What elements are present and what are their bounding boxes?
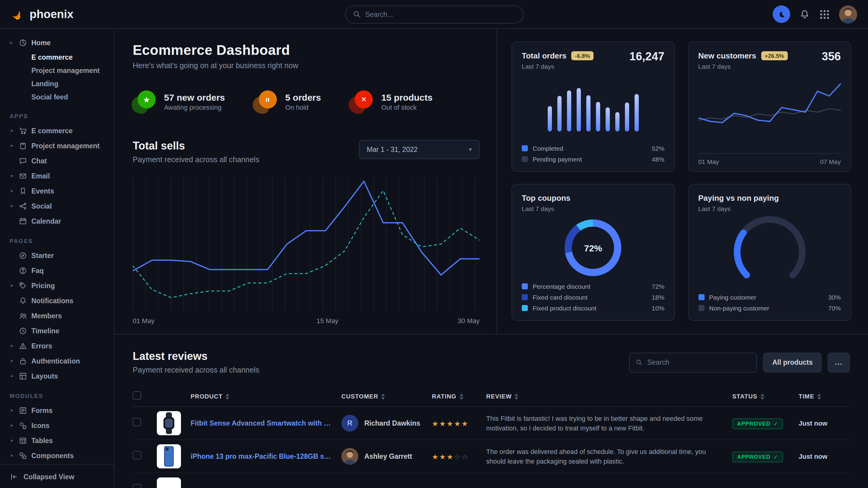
apps-grid-icon[interactable] — [819, 9, 830, 20]
sidebar-item-forms[interactable]: ▸Forms — [7, 403, 107, 418]
stats-row: ★ 57 new ordersAwating processing 5 orde… — [133, 90, 479, 112]
orders-bar-chart — [512, 88, 674, 131]
search-icon — [636, 359, 643, 366]
sidebar-item-calendar[interactable]: ▸Calendar — [7, 214, 107, 228]
card-title: Top coupons — [522, 194, 570, 202]
column-header-time[interactable]: TIME — [799, 393, 850, 400]
review-text: This Fitbit is fantastic! I was trying t… — [486, 413, 732, 433]
legend-swatch — [522, 156, 528, 162]
sidebar-item-errors[interactable]: ▸Errors — [7, 338, 107, 353]
sidebar-item-timeline[interactable]: ▸Timeline — [7, 323, 107, 338]
sidebar-item-chat[interactable]: ▸Chat — [7, 153, 107, 168]
coupons-donut-chart: 72% — [565, 220, 622, 276]
donut-center-label: 72% — [584, 242, 602, 253]
sidebar-item-social[interactable]: ▸Social — [7, 198, 107, 214]
legend-swatch — [698, 294, 704, 300]
search-input[interactable] — [365, 10, 516, 18]
sort-icon — [760, 393, 764, 399]
row-checkbox[interactable] — [133, 451, 141, 459]
table-row: Fitbit Sense Advanced Smartwatch with To… — [133, 407, 850, 440]
sidebar-item-components[interactable]: ▸Components — [7, 448, 107, 463]
caret-right-icon: ▸ — [10, 358, 14, 363]
reviews-search[interactable] — [629, 352, 757, 372]
sidebar-item-faq[interactable]: ▸Faq — [7, 263, 107, 278]
page-subtitle: Here's what's going on at your business … — [133, 62, 479, 70]
sort-icon — [459, 393, 463, 399]
product-image — [157, 478, 181, 488]
sidebar-item-project-management[interactable]: ▸Project management — [7, 138, 107, 153]
sidebar-item-pricing[interactable]: ▸Pricing — [7, 278, 107, 293]
collapsed-view-toggle[interactable]: Collapsed View — [0, 464, 114, 488]
sidebar-item-layouts[interactable]: ▸Layouts — [7, 368, 107, 383]
legend-swatch — [522, 294, 528, 300]
mail-icon — [19, 171, 27, 180]
components-icon — [19, 451, 27, 460]
bar — [596, 102, 600, 131]
review-text: The order was delivered ahead of schedul… — [486, 446, 732, 466]
row-checkbox[interactable] — [133, 418, 141, 426]
sidebar-item-project-management[interactable]: Project management — [7, 64, 107, 77]
coupons-legend: Percentage discount72%Fixed card discoun… — [522, 281, 664, 314]
sort-icon — [381, 393, 385, 399]
reviews-search-input[interactable] — [647, 359, 750, 366]
bar — [557, 96, 562, 131]
star-icon: ★ — [137, 90, 156, 108]
sidebar-item-authentication[interactable]: ▸Authentication — [7, 353, 107, 368]
sidebar-item-email[interactable]: ▸Email — [7, 168, 107, 183]
trend-badge: -6.8% — [571, 51, 593, 60]
sidebar-item-social-feed[interactable]: Social feed — [7, 90, 107, 104]
legend-item: Completed52% — [522, 143, 664, 154]
column-header-review[interactable]: REVIEW — [486, 393, 732, 400]
more-options-button[interactable]: ... — [828, 352, 850, 372]
product-link[interactable]: iPhone 13 pro max-Pacific Blue-128GB sto… — [191, 453, 341, 460]
sidebar-item-notifications[interactable]: ▸Notifications — [7, 293, 107, 308]
product-image — [157, 444, 181, 468]
caret-right-icon: ▸ — [10, 453, 14, 458]
stat-orders-on-hold: 5 ordersOn hold — [254, 90, 321, 112]
caret-right-icon: ▸ — [10, 173, 14, 178]
date-range-select[interactable]: Mar 1 - 31, 2022 ▾ — [359, 140, 479, 159]
row-checkbox[interactable] — [133, 484, 141, 488]
caret-right-icon: ▸ — [10, 373, 14, 379]
theme-toggle-button[interactable] — [773, 5, 790, 23]
sidebar-item-e-commerce[interactable]: ▸E commerce — [7, 123, 107, 138]
caret-right-icon: ▸ — [10, 188, 14, 194]
brand-name: phoenix — [30, 7, 73, 21]
global-search[interactable] — [345, 5, 523, 23]
select-all-checkbox[interactable] — [133, 391, 141, 399]
sidebar-item-tables[interactable]: ▸Tables — [7, 433, 107, 448]
page-title: Ecommerce Dashboard — [133, 42, 479, 59]
paying-legend: Paying customer30%Non-paying customer70% — [698, 292, 841, 314]
table-body: Fitbit Sense Advanced Smartwatch with To… — [133, 407, 850, 473]
sort-icon — [515, 393, 519, 399]
table-icon — [19, 436, 27, 445]
sidebar-item-events[interactable]: ▸Events — [7, 183, 107, 198]
sidebar-section-title: APPS — [7, 113, 107, 119]
sidebar-item-icons[interactable]: ▸Icons — [7, 418, 107, 433]
caret-right-icon: ▸ — [10, 143, 14, 148]
sidebar-item-starter[interactable]: ▸Starter — [7, 248, 107, 263]
sidebar-item-e-commerce[interactable]: E commerce — [7, 51, 107, 64]
legend-item: Non-paying customer70% — [698, 303, 841, 314]
column-header-product[interactable]: PRODUCT — [191, 393, 341, 400]
notifications-bell-icon[interactable] — [799, 9, 810, 20]
sidebar-item-landing[interactable]: Landing — [7, 77, 107, 90]
column-header-status[interactable]: STATUS — [732, 393, 799, 400]
customer-cell: RRichard Dawkins — [341, 415, 432, 432]
product-link[interactable]: Fitbit Sense Advanced Smartwatch with To… — [191, 420, 341, 427]
caret-right-icon: ▸ — [10, 343, 14, 349]
column-header-rating[interactable]: RATING — [432, 393, 486, 400]
all-products-button[interactable]: All products — [763, 352, 822, 372]
stat-out-of-stock: ✕ 15 productsOut of stock — [350, 90, 433, 112]
new-customers-card: New customers +26.5% Last 7 days 356 01 … — [688, 42, 851, 172]
bar — [606, 107, 610, 131]
user-avatar[interactable] — [839, 5, 857, 23]
brand[interactable]: phoenix — [10, 7, 73, 22]
column-header-customer[interactable]: CUSTOMER — [341, 393, 432, 400]
users-icon — [19, 312, 27, 320]
card-period: Last 7 days — [698, 205, 841, 212]
status-badge: APPROVED✓ — [732, 452, 783, 462]
sidebar-item-home[interactable]: ▾ Home — [7, 35, 107, 51]
clock-icon — [19, 326, 27, 335]
sidebar-item-members[interactable]: ▸Members — [7, 308, 107, 323]
